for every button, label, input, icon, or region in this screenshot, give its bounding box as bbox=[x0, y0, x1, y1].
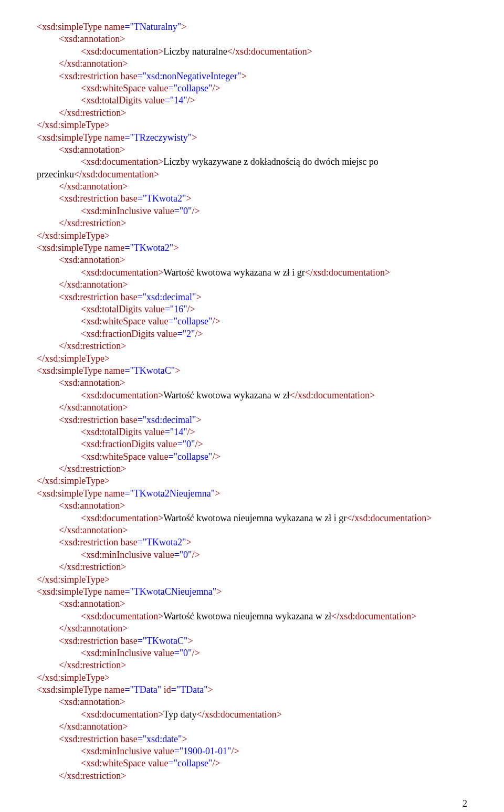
code-token: <xsd:documentation> bbox=[81, 513, 163, 523]
code-line: </xsd:restriction> bbox=[37, 561, 467, 573]
code-line: <xsd:restriction base="TKwotaC"> bbox=[37, 635, 467, 647]
code-token: <xsd:documentation> bbox=[81, 46, 163, 57]
code-token: > bbox=[192, 132, 197, 143]
document-body: <xsd:simpleType name="TNaturalny"><xsd:a… bbox=[37, 21, 467, 782]
code-token: ="TKwota2" bbox=[138, 537, 186, 547]
code-line: </xsd:restriction> bbox=[37, 770, 467, 782]
code-token: /> bbox=[187, 304, 195, 314]
code-line: <xsd:annotation> bbox=[37, 377, 467, 389]
code-token: <xsd:whiteSpace value bbox=[81, 451, 169, 462]
code-token: > bbox=[196, 415, 201, 425]
code-token: </xsd:simpleType> bbox=[37, 476, 110, 486]
code-line: <xsd:annotation> bbox=[37, 33, 467, 45]
code-token: /> bbox=[192, 648, 200, 658]
code-token: /> bbox=[212, 451, 220, 462]
code-line: <xsd:whiteSpace value="collapse"/> bbox=[37, 82, 467, 94]
code-token: ="2" bbox=[177, 329, 195, 339]
code-line: <xsd:fractionDigits value="2"/> bbox=[37, 328, 467, 340]
code-line: <xsd:documentation>Liczby wykazywane z d… bbox=[37, 156, 467, 168]
code-line: </xsd:restriction> bbox=[37, 217, 467, 229]
code-token: ="TKwotaC" bbox=[138, 636, 188, 646]
code-token: </xsd:restriction> bbox=[59, 463, 126, 474]
code-token: /> bbox=[195, 439, 203, 449]
code-token: </xsd:annotation> bbox=[59, 623, 128, 634]
code-token: /> bbox=[192, 550, 200, 560]
code-line: <xsd:totalDigits value="14"/> bbox=[37, 426, 467, 438]
code-token: <xsd:documentation> bbox=[81, 156, 163, 167]
code-line: </xsd:simpleType> bbox=[37, 672, 467, 684]
code-token: Wartość kwotowa nieujemna wykazana w zł bbox=[163, 611, 331, 621]
code-token: <xsd:documentation> bbox=[81, 267, 163, 278]
code-token: /> bbox=[212, 758, 220, 768]
code-token: </xsd:annotation> bbox=[59, 721, 128, 732]
code-token: </xsd:annotation> bbox=[59, 402, 128, 413]
code-token: </xsd:simpleType> bbox=[37, 230, 110, 241]
code-line: <xsd:annotation> bbox=[37, 144, 467, 156]
code-line: <xsd:whiteSpace value="collapse"/> bbox=[37, 451, 467, 463]
code-line: <xsd:annotation> bbox=[37, 254, 467, 266]
code-token: <xsd:annotation> bbox=[59, 598, 125, 609]
code-token: </xsd:documentation> bbox=[227, 46, 312, 57]
code-token: <xsd:minInclusive value bbox=[81, 746, 174, 756]
code-line: <xsd:totalDigits value="16"/> bbox=[37, 303, 467, 315]
code-token: ="16" bbox=[165, 304, 187, 314]
code-token: ="14" bbox=[165, 427, 187, 437]
code-token: <xsd:restriction base bbox=[59, 292, 138, 302]
code-token: ="TData" bbox=[171, 684, 208, 695]
code-token: <xsd:simpleType name bbox=[37, 365, 124, 376]
code-token: </xsd:documentation> bbox=[305, 267, 390, 278]
code-token: </xsd:annotation> bbox=[59, 279, 128, 290]
code-line: <xsd:annotation> bbox=[37, 500, 467, 512]
code-line: <xsd:documentation>Liczby naturalne</xsd… bbox=[37, 46, 467, 58]
code-line: <xsd:simpleType name="TKwotaCNieujemna"> bbox=[37, 586, 467, 598]
code-line: <xsd:whiteSpace value="collapse"/> bbox=[37, 315, 467, 328]
code-token: > bbox=[196, 292, 201, 302]
code-token: > bbox=[173, 242, 178, 253]
code-line: </xsd:simpleType> bbox=[37, 230, 467, 242]
code-token: /> bbox=[187, 95, 195, 106]
code-token: /> bbox=[212, 316, 220, 326]
code-line: <xsd:minInclusive value="0"/> bbox=[37, 647, 467, 659]
code-token: ="0" bbox=[174, 648, 192, 658]
code-line: <xsd:restriction base="xsd:decimal"> bbox=[37, 291, 467, 303]
code-token: ="xsd:decimal" bbox=[138, 415, 196, 425]
code-line: <xsd:whiteSpace value="collapse"/> bbox=[37, 757, 467, 769]
code-line: </xsd:annotation> bbox=[37, 279, 467, 291]
code-token: Wartość kwotowa wykazana w zł bbox=[163, 390, 289, 400]
code-line: <xsd:totalDigits value="14"/> bbox=[37, 94, 467, 107]
code-token: przecinku bbox=[37, 169, 74, 180]
code-token: ="TKwotaCNieujemna" bbox=[124, 586, 216, 597]
code-line: </xsd:simpleType> bbox=[37, 574, 467, 586]
code-token: <xsd:simpleType name bbox=[37, 586, 124, 597]
code-token: ="xsd:nonNegativeInteger" bbox=[138, 71, 242, 81]
page-number: 2 bbox=[37, 782, 467, 810]
code-token: </xsd:restriction> bbox=[59, 660, 126, 670]
code-token: <xsd:restriction base bbox=[59, 537, 138, 547]
code-line: <xsd:restriction base="xsd:date"> bbox=[37, 733, 467, 745]
code-line: </xsd:annotation> bbox=[37, 623, 467, 635]
code-line: <xsd:simpleType name="TNaturalny"> bbox=[37, 21, 467, 33]
code-line: <xsd:simpleType name="TKwota2"> bbox=[37, 242, 467, 254]
code-token: <xsd:annotation> bbox=[59, 34, 125, 44]
code-token: </xsd:restriction> bbox=[59, 562, 126, 572]
code-line: <xsd:minInclusive value="0"/> bbox=[37, 205, 467, 217]
code-token: </xsd:simpleType> bbox=[37, 574, 110, 585]
code-token: ="0" bbox=[177, 439, 195, 449]
code-token: </xsd:documentation> bbox=[74, 169, 159, 180]
code-token: <xsd:simpleType name bbox=[37, 132, 124, 143]
code-token: <xsd:annotation> bbox=[59, 144, 125, 155]
code-line: </xsd:restriction> bbox=[37, 463, 467, 475]
code-token: /> bbox=[212, 83, 220, 93]
code-line: <xsd:simpleType name="TKwotaC"> bbox=[37, 365, 467, 377]
code-token: <xsd:restriction base bbox=[59, 415, 138, 425]
code-line: <xsd:documentation>Wartość kwotowa wykaz… bbox=[37, 389, 467, 402]
code-token: ="TNaturalny" bbox=[124, 22, 181, 32]
code-token: <xsd:totalDigits value bbox=[81, 304, 165, 314]
code-token: /> bbox=[231, 746, 239, 756]
code-token: </xsd:restriction> bbox=[59, 218, 126, 228]
code-token: id bbox=[161, 684, 171, 695]
code-line: <xsd:restriction base="TKwota2"> bbox=[37, 193, 467, 205]
code-token: </xsd:documentation> bbox=[197, 709, 282, 720]
code-token: <xsd:whiteSpace value bbox=[81, 316, 169, 326]
code-line: <xsd:restriction base="TKwota2"> bbox=[37, 536, 467, 549]
